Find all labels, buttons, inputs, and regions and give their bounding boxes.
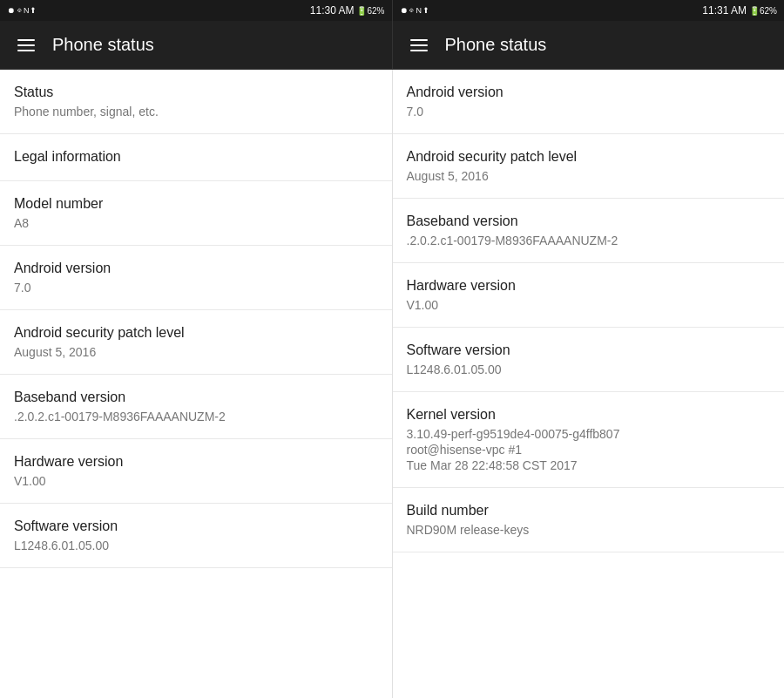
app-bar-title-2: Phone status <box>445 35 547 55</box>
notification-icon: ⏺ ◎ N ⬆ <box>7 6 36 15</box>
list-item-title: Build number <box>407 502 771 520</box>
battery-left: 🔋62% <box>356 6 384 16</box>
list-item[interactable]: Software versionL1248.6.01.05.00 <box>0 504 392 568</box>
list-item-subtitle: August 5, 2016 <box>14 344 378 360</box>
list-item-title: Model number <box>14 195 378 213</box>
list-item-subtitle: 7.0 <box>14 280 378 295</box>
status-icons-right: ⏺ ◎ N ⬆ <box>400 6 429 15</box>
list-item[interactable]: Android version7.0 <box>393 70 785 134</box>
list-item-subtitle: .2.0.2.c1-00179-M8936FAAAANUZM-2 <box>14 409 378 424</box>
time-left: 11:30 AM <box>310 4 355 17</box>
list-item[interactable]: Software versionL1248.6.01.05.00 <box>393 328 785 392</box>
list-item[interactable]: Hardware versionV1.00 <box>0 439 392 504</box>
list-item[interactable]: Android security patch levelAugust 5, 20… <box>0 310 392 375</box>
list-item-subtitle: 3.10.49-perf-g9519de4-00075-g4ffb807 roo… <box>407 426 771 474</box>
list-item-subtitle: .2.0.2.c1-00179-M8936FAAAANUZM-2 <box>407 233 771 248</box>
status-icons-left: ⏺ ◎ N ⬆ <box>7 6 36 15</box>
list-item-title: Baseband version <box>14 389 378 407</box>
panel-left: StatusPhone number, signal, etc.Legal in… <box>0 70 392 698</box>
list-item[interactable]: Kernel version3.10.49-perf-g9519de4-0007… <box>393 392 785 488</box>
list-item-title: Legal information <box>14 148 378 166</box>
list-item-title: Software version <box>14 518 378 536</box>
list-item[interactable]: Build numberNRD90M release-keys <box>393 488 785 552</box>
list-item-subtitle: V1.00 <box>407 297 771 313</box>
list-item[interactable]: Legal information <box>0 134 392 181</box>
app-bar-1: Phone status <box>0 21 392 70</box>
list-item-title: Android security patch level <box>407 148 771 166</box>
app-bar-title-1: Phone status <box>52 35 154 55</box>
list-item-title: Android security patch level <box>14 324 378 342</box>
list-item-subtitle: L1248.6.01.05.00 <box>407 362 771 377</box>
list-item-subtitle: V1.00 <box>14 473 378 489</box>
list-item[interactable]: Model numberA8 <box>0 181 392 246</box>
list-item-title: Android version <box>14 260 378 278</box>
list-item[interactable]: Baseband version.2.0.2.c1-00179-M8936FAA… <box>0 375 392 439</box>
time-right: 11:31 AM <box>702 4 747 17</box>
list-item-title: Software version <box>407 342 771 360</box>
list-item-subtitle: August 5, 2016 <box>407 168 771 184</box>
list-item-title: Status <box>14 84 378 102</box>
list-item-subtitle: L1248.6.01.05.00 <box>14 538 378 553</box>
list-item-subtitle: A8 <box>14 215 378 231</box>
battery-right: 🔋62% <box>749 6 777 16</box>
list-item-title: Android version <box>407 84 771 102</box>
list-item[interactable]: Baseband version.2.0.2.c1-00179-M8936FAA… <box>393 199 785 263</box>
status-bar-right: ⏺ ◎ N ⬆ 11:31 AM 🔋62% <box>393 0 785 21</box>
status-indicators-left: 11:30 AM 🔋62% <box>310 4 385 17</box>
status-bar-left: ⏺ ◎ N ⬆ 11:30 AM 🔋62% <box>0 0 392 21</box>
list-item-title: Baseband version <box>407 213 771 231</box>
list-item[interactable]: StatusPhone number, signal, etc. <box>0 70 392 134</box>
status-indicators-right: 11:31 AM 🔋62% <box>702 4 777 17</box>
notification-icon-2: ⏺ ◎ N ⬆ <box>400 6 429 15</box>
list-item-title: Hardware version <box>407 277 771 295</box>
list-item[interactable]: Android security patch levelAugust 5, 20… <box>393 134 785 199</box>
panel-right: Android version7.0Android security patch… <box>393 70 785 698</box>
list-item-title: Hardware version <box>14 453 378 471</box>
list-item-subtitle: 7.0 <box>407 104 771 119</box>
app-bar-2: Phone status <box>393 21 785 70</box>
list-item-title: Kernel version <box>407 406 771 424</box>
menu-button-1[interactable] <box>14 36 38 55</box>
list-item[interactable]: Hardware versionV1.00 <box>393 263 785 328</box>
list-item-subtitle: NRD90M release-keys <box>407 522 771 538</box>
list-item-subtitle: Phone number, signal, etc. <box>14 104 378 119</box>
menu-button-2[interactable] <box>407 36 431 55</box>
list-item[interactable]: Android version7.0 <box>0 246 392 310</box>
